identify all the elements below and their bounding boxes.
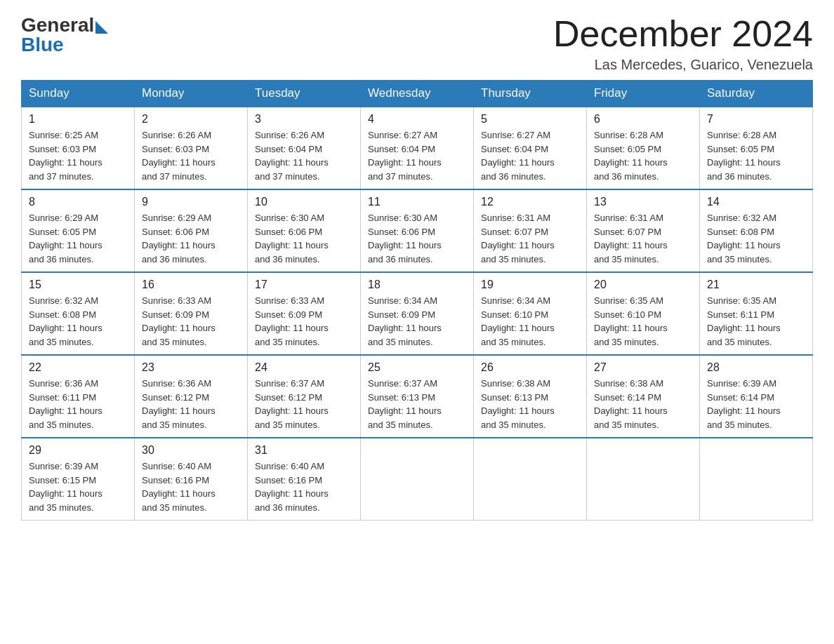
day-info: Sunrise: 6:28 AMSunset: 6:05 PMDaylight:… [594, 130, 668, 182]
day-cell: 25 Sunrise: 6:37 AMSunset: 6:13 PMDaylig… [361, 355, 474, 438]
day-number: 3 [255, 113, 353, 126]
day-cell: 26 Sunrise: 6:38 AMSunset: 6:13 PMDaylig… [474, 355, 587, 438]
day-info: Sunrise: 6:37 AMSunset: 6:13 PMDaylight:… [368, 378, 442, 430]
day-info: Sunrise: 6:31 AMSunset: 6:07 PMDaylight:… [481, 213, 555, 264]
day-number: 5 [481, 113, 579, 126]
week-row-4: 22 Sunrise: 6:36 AMSunset: 6:11 PMDaylig… [22, 355, 813, 438]
day-cell [474, 438, 587, 521]
day-cell: 14 Sunrise: 6:32 AMSunset: 6:08 PMDaylig… [700, 189, 813, 272]
day-number: 4 [368, 113, 466, 126]
day-number: 30 [142, 444, 240, 457]
weekday-header-row: Sunday Monday Tuesday Wednesday Thursday… [22, 81, 813, 107]
day-cell: 9 Sunrise: 6:29 AMSunset: 6:06 PMDayligh… [135, 189, 248, 272]
day-cell: 19 Sunrise: 6:34 AMSunset: 6:10 PMDaylig… [474, 272, 587, 355]
day-info: Sunrise: 6:27 AMSunset: 6:04 PMDaylight:… [481, 130, 555, 182]
day-info: Sunrise: 6:26 AMSunset: 6:04 PMDaylight:… [255, 130, 329, 182]
day-info: Sunrise: 6:27 AMSunset: 6:04 PMDaylight:… [368, 130, 442, 182]
location-subtitle: Las Mercedes, Guarico, Venezuela [553, 57, 813, 73]
header-wednesday: Wednesday [361, 81, 474, 107]
day-number: 14 [707, 196, 805, 208]
day-cell: 15 Sunrise: 6:32 AMSunset: 6:08 PMDaylig… [22, 272, 135, 355]
day-cell: 22 Sunrise: 6:36 AMSunset: 6:11 PMDaylig… [22, 355, 135, 438]
page-header: General Blue December 2024 Las Mercedes,… [21, 14, 813, 73]
day-cell: 6 Sunrise: 6:28 AMSunset: 6:05 PMDayligh… [587, 107, 700, 189]
day-cell: 24 Sunrise: 6:37 AMSunset: 6:12 PMDaylig… [248, 355, 361, 438]
day-cell: 10 Sunrise: 6:30 AMSunset: 6:06 PMDaylig… [248, 189, 361, 272]
day-cell: 3 Sunrise: 6:26 AMSunset: 6:04 PMDayligh… [248, 107, 361, 189]
logo-triangle-icon [95, 21, 108, 34]
day-number: 26 [481, 361, 579, 374]
day-info: Sunrise: 6:36 AMSunset: 6:12 PMDaylight:… [142, 378, 216, 430]
day-cell: 30 Sunrise: 6:40 AMSunset: 6:16 PMDaylig… [135, 438, 248, 521]
day-cell: 2 Sunrise: 6:26 AMSunset: 6:03 PMDayligh… [135, 107, 248, 189]
day-info: Sunrise: 6:30 AMSunset: 6:06 PMDaylight:… [368, 213, 442, 264]
day-info: Sunrise: 6:35 AMSunset: 6:11 PMDaylight:… [707, 295, 781, 347]
day-cell: 4 Sunrise: 6:27 AMSunset: 6:04 PMDayligh… [361, 107, 474, 189]
week-row-5: 29 Sunrise: 6:39 AMSunset: 6:15 PMDaylig… [22, 438, 813, 521]
day-info: Sunrise: 6:26 AMSunset: 6:03 PMDaylight:… [142, 130, 216, 182]
header-sunday: Sunday [22, 81, 135, 107]
day-number: 27 [594, 361, 692, 374]
day-number: 2 [142, 113, 240, 126]
day-info: Sunrise: 6:37 AMSunset: 6:12 PMDaylight:… [255, 378, 329, 430]
day-number: 17 [255, 279, 353, 291]
day-info: Sunrise: 6:33 AMSunset: 6:09 PMDaylight:… [142, 295, 216, 347]
header-friday: Friday [587, 81, 700, 107]
logo-blue-text: Blue [21, 34, 64, 56]
day-number: 12 [481, 196, 579, 208]
day-cell [361, 438, 474, 521]
day-cell: 16 Sunrise: 6:33 AMSunset: 6:09 PMDaylig… [135, 272, 248, 355]
day-cell: 7 Sunrise: 6:28 AMSunset: 6:05 PMDayligh… [700, 107, 813, 189]
day-cell: 13 Sunrise: 6:31 AMSunset: 6:07 PMDaylig… [587, 189, 700, 272]
day-info: Sunrise: 6:29 AMSunset: 6:06 PMDaylight:… [142, 213, 216, 264]
calendar-table: Sunday Monday Tuesday Wednesday Thursday… [21, 80, 813, 521]
day-info: Sunrise: 6:34 AMSunset: 6:10 PMDaylight:… [481, 295, 555, 347]
day-number: 11 [368, 196, 466, 208]
day-number: 6 [594, 113, 692, 126]
day-cell [587, 438, 700, 521]
day-number: 7 [707, 113, 805, 126]
day-number: 10 [255, 196, 353, 208]
day-number: 23 [142, 361, 240, 374]
day-number: 21 [707, 279, 805, 291]
day-cell: 27 Sunrise: 6:38 AMSunset: 6:14 PMDaylig… [587, 355, 700, 438]
day-info: Sunrise: 6:40 AMSunset: 6:16 PMDaylight:… [142, 461, 216, 513]
logo: General Blue [21, 14, 108, 56]
day-number: 31 [255, 444, 353, 457]
day-info: Sunrise: 6:34 AMSunset: 6:09 PMDaylight:… [368, 295, 442, 347]
day-cell: 18 Sunrise: 6:34 AMSunset: 6:09 PMDaylig… [361, 272, 474, 355]
day-info: Sunrise: 6:38 AMSunset: 6:14 PMDaylight:… [594, 378, 668, 430]
day-number: 20 [594, 279, 692, 291]
week-row-1: 1 Sunrise: 6:25 AMSunset: 6:03 PMDayligh… [22, 107, 813, 189]
day-cell: 8 Sunrise: 6:29 AMSunset: 6:05 PMDayligh… [22, 189, 135, 272]
day-cell: 28 Sunrise: 6:39 AMSunset: 6:14 PMDaylig… [700, 355, 813, 438]
day-number: 9 [142, 196, 240, 208]
header-monday: Monday [135, 81, 248, 107]
day-info: Sunrise: 6:32 AMSunset: 6:08 PMDaylight:… [707, 213, 781, 264]
day-info: Sunrise: 6:30 AMSunset: 6:06 PMDaylight:… [255, 213, 329, 264]
day-number: 24 [255, 361, 353, 374]
day-cell: 11 Sunrise: 6:30 AMSunset: 6:06 PMDaylig… [361, 189, 474, 272]
day-info: Sunrise: 6:35 AMSunset: 6:10 PMDaylight:… [594, 295, 668, 347]
day-cell: 21 Sunrise: 6:35 AMSunset: 6:11 PMDaylig… [700, 272, 813, 355]
week-row-2: 8 Sunrise: 6:29 AMSunset: 6:05 PMDayligh… [22, 189, 813, 272]
day-number: 15 [29, 279, 127, 291]
day-cell [700, 438, 813, 521]
day-info: Sunrise: 6:28 AMSunset: 6:05 PMDaylight:… [707, 130, 781, 182]
day-cell: 23 Sunrise: 6:36 AMSunset: 6:12 PMDaylig… [135, 355, 248, 438]
day-number: 18 [368, 279, 466, 291]
day-number: 29 [29, 444, 127, 457]
day-info: Sunrise: 6:29 AMSunset: 6:05 PMDaylight:… [29, 213, 102, 264]
day-info: Sunrise: 6:36 AMSunset: 6:11 PMDaylight:… [29, 378, 102, 430]
day-number: 28 [707, 361, 805, 374]
day-cell: 12 Sunrise: 6:31 AMSunset: 6:07 PMDaylig… [474, 189, 587, 272]
title-block: December 2024 Las Mercedes, Guarico, Ven… [553, 14, 813, 73]
header-tuesday: Tuesday [248, 81, 361, 107]
day-cell: 31 Sunrise: 6:40 AMSunset: 6:16 PMDaylig… [248, 438, 361, 521]
day-cell: 20 Sunrise: 6:35 AMSunset: 6:10 PMDaylig… [587, 272, 700, 355]
day-cell: 29 Sunrise: 6:39 AMSunset: 6:15 PMDaylig… [22, 438, 135, 521]
header-thursday: Thursday [474, 81, 587, 107]
day-info: Sunrise: 6:33 AMSunset: 6:09 PMDaylight:… [255, 295, 329, 347]
day-cell: 5 Sunrise: 6:27 AMSunset: 6:04 PMDayligh… [474, 107, 587, 189]
day-info: Sunrise: 6:38 AMSunset: 6:13 PMDaylight:… [481, 378, 555, 430]
